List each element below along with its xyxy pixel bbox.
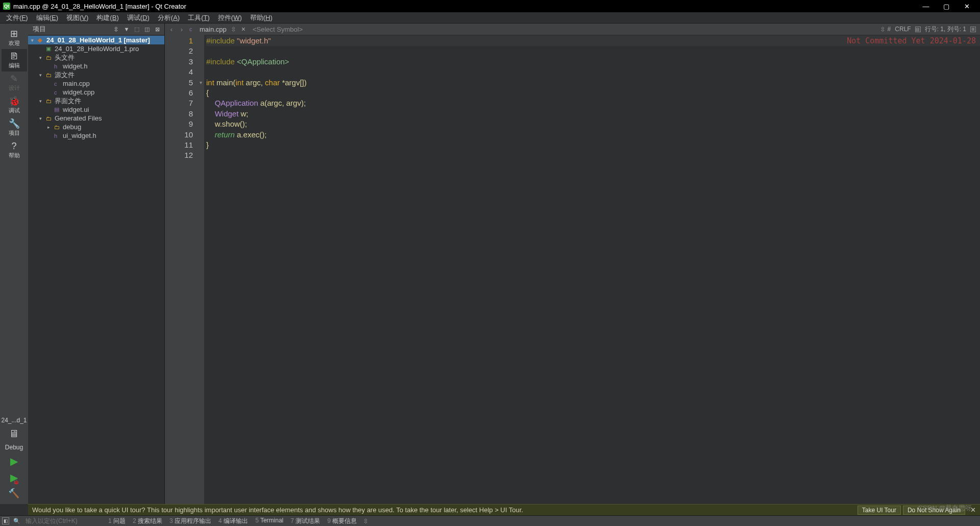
fold-marker[interactable] [197,140,204,150]
tree-item[interactable]: ▾🗀头文件 [28,53,164,62]
mode-项目[interactable]: 🔧项目 [2,116,27,139]
minimize-button[interactable]: — [916,0,936,12]
output-pane-9[interactable]: 9 概要信息 [327,517,357,525]
close-panel-icon[interactable]: ⊠ [153,25,161,33]
menu-f[interactable]: 文件(F) [2,12,32,23]
fold-marker[interactable] [197,67,204,77]
code-line[interactable]: QApplication a(argc, argv); [206,98,980,108]
build-target[interactable]: 24_...d_1 [1,417,27,424]
line-number[interactable]: 7 [165,98,193,108]
close-file-icon[interactable]: × [238,25,249,33]
line-number[interactable]: 4 [165,67,193,77]
line-number[interactable]: 10 [165,130,193,140]
symbol-selector[interactable]: <Select Symbol> [250,26,878,33]
fold-marker[interactable] [197,46,204,56]
maximize-button[interactable]: ▢ [936,0,957,12]
mode-调试[interactable]: 🐞调试 [2,94,27,116]
build-mode[interactable]: Debug [5,444,23,451]
close-button[interactable]: ✕ [957,0,977,12]
code-line[interactable]: { [206,88,980,98]
code-line[interactable]: } [206,140,980,150]
toggle-sidebar-icon[interactable]: ◧ [2,517,9,524]
menu-h[interactable]: 帮助(H) [246,12,277,23]
mode-欢迎[interactable]: ⊞欢迎 [2,27,27,49]
tree-item[interactable]: ▣24_01_28_HelloWorld_1.pro [28,44,164,53]
tree-item[interactable]: ▾🗀源文件 [28,70,164,79]
nav-forward-icon[interactable]: › [177,26,186,33]
fold-marker[interactable] [197,130,204,140]
output-pane-5[interactable]: 5 Terminal [255,517,283,525]
tree-arrow-icon[interactable]: ▾ [39,116,44,121]
output-pane-7[interactable]: 7 测试结果 [290,517,320,525]
code-line[interactable]: Widget w; [206,109,980,119]
code-line[interactable] [206,67,980,77]
menu-v[interactable]: 视图(V) [62,12,92,23]
output-pane-2[interactable]: 2 搜索结果 [133,517,162,525]
output-dropdown-icon[interactable]: ⇳ [363,517,369,525]
code-line[interactable] [206,150,980,160]
line-number[interactable]: 5 [165,78,193,88]
code-content[interactable]: Not Committed Yet 2024-01-28 #include "w… [204,35,980,504]
take-tour-button[interactable]: Take UI Tour [857,506,901,515]
file-dropdown-icon[interactable]: ⇳ [230,26,237,33]
cursor-position[interactable]: 行号: 1, 列号: 1 [925,25,966,34]
tree-item[interactable]: ▾◆24_01_28_HelloWorld_1 [master] [28,36,164,44]
tree-arrow-icon[interactable]: ▾ [39,99,44,104]
code-line[interactable]: int main(int argc, char *argv[]) [206,78,980,88]
tree-item[interactable]: ▸🗀debug [28,123,164,131]
code-line[interactable]: #include <QApplication> [206,57,980,67]
fold-marker[interactable]: ▾ [197,78,204,88]
filter-icon[interactable]: ▼ [122,25,131,33]
menu-w[interactable]: 控件(W) [214,12,246,23]
tree-item[interactable]: ▾🗀界面文件 [28,97,164,105]
fold-marker[interactable] [197,36,204,46]
line-number[interactable]: 3 [165,57,193,67]
link-editor-icon[interactable]: ⬚ [133,25,141,33]
menu-b[interactable]: 构建(B) [92,12,122,23]
menu-a[interactable]: 分析(A) [154,12,184,23]
tree-item[interactable]: ▤widget.ui [28,105,164,114]
fold-column[interactable]: ▾ [197,35,204,504]
mode-编辑[interactable]: 🖹编辑 [2,49,27,71]
run-button[interactable]: ▶ [10,455,18,467]
menu-e[interactable]: 编辑(E) [32,12,62,23]
menu-d[interactable]: 调试(D) [123,12,154,23]
locator-input[interactable] [23,517,95,524]
run-debug-button[interactable]: ▶🐞 [10,471,18,484]
tree-item[interactable]: cmain.cpp [28,79,164,88]
encoding-icon[interactable]: ▤ [915,27,921,32]
code-line[interactable]: return a.exec(); [206,130,980,140]
line-number[interactable]: 1 [165,36,193,46]
menu-t[interactable]: 工具(T) [184,12,214,23]
line-number[interactable]: 11 [165,140,193,150]
fold-marker[interactable] [197,98,204,108]
line-number-gutter[interactable]: 123456789101112 [165,35,197,504]
fold-marker[interactable] [197,88,204,98]
tree-arrow-icon[interactable]: ▾ [39,55,44,60]
monitor-icon[interactable]: 🖥 [9,428,19,440]
split-icon[interactable]: ◫ [143,25,151,33]
project-tree[interactable]: ▾◆24_01_28_HelloWorld_1 [master]▣24_01_2… [28,35,164,504]
fold-marker[interactable] [197,57,204,67]
nav-back-icon[interactable]: ‹ [167,26,176,33]
project-view-selector[interactable]: 项目⇳ [31,25,120,34]
line-number[interactable]: 6 [165,88,193,98]
fold-marker[interactable] [197,150,204,160]
open-file-name[interactable]: main.cpp [198,26,229,33]
line-number[interactable]: 2 [165,46,193,56]
symbol-dropdown-icon[interactable]: ⇳ [879,26,887,33]
fold-marker[interactable] [197,109,204,119]
split-editor-icon[interactable]: ⊞ [970,27,976,32]
tree-item[interactable]: ▾🗀Generated Files [28,114,164,123]
output-pane-3[interactable]: 3 应用程序输出 [169,517,211,525]
output-pane-4[interactable]: 4 编译输出 [218,517,248,525]
tree-arrow-icon[interactable]: ▾ [39,73,44,78]
line-number[interactable]: 8 [165,109,193,119]
code-line[interactable] [206,46,980,56]
line-number[interactable]: 9 [165,119,193,129]
line-number[interactable]: 12 [165,150,193,160]
fold-marker[interactable] [197,119,204,129]
code-editor[interactable]: 123456789101112 ▾ Not Committed Yet 2024… [165,35,980,504]
encoding-indicator[interactable]: # [888,26,891,33]
code-line[interactable]: w.show(); [206,119,980,129]
